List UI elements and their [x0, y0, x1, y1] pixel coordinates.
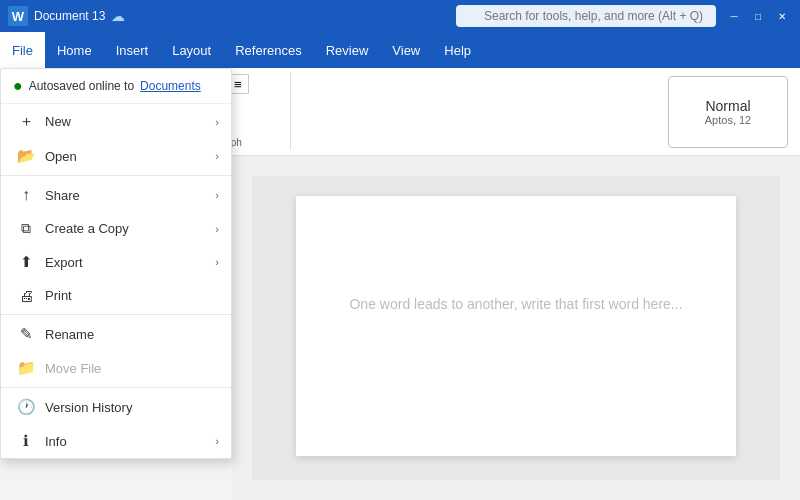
autosave-green-icon: ● — [13, 77, 23, 95]
document-placeholder-text: One word leads to another, write that fi… — [349, 296, 682, 312]
share-arrow-icon: › — [215, 189, 219, 201]
menu-item-view[interactable]: View — [380, 32, 432, 68]
export-icon: ⬆ — [17, 253, 35, 271]
search-input[interactable] — [456, 5, 716, 27]
autosave-documents-link[interactable]: Documents — [140, 79, 201, 93]
new-label: New — [45, 114, 71, 129]
export-arrow-icon: › — [215, 256, 219, 268]
open-label: Open — [45, 149, 77, 164]
info-label: Info — [45, 434, 67, 449]
new-arrow-icon: › — [215, 116, 219, 128]
cloud-sync-icon: ☁ — [111, 8, 125, 24]
divider-1 — [1, 175, 231, 176]
dropdown-item-info[interactable]: ℹ Info › — [1, 424, 231, 458]
minimize-button[interactable]: ─ — [724, 9, 744, 23]
rename-icon: ✎ — [17, 325, 35, 343]
style-name: Normal — [705, 98, 750, 114]
divider-2 — [1, 314, 231, 315]
document-title: Document 13 — [34, 9, 105, 23]
dropdown-item-export[interactable]: ⬆ Export › — [1, 245, 231, 279]
print-icon: 🖨 — [17, 287, 35, 304]
open-icon: 📂 — [17, 147, 35, 165]
move-file-icon: 📁 — [17, 359, 35, 377]
dropdown-item-new[interactable]: ＋ New › — [1, 104, 231, 139]
info-icon: ℹ — [17, 432, 35, 450]
title-bar-left: W Document 13 ☁ — [8, 6, 448, 26]
document-area: One word leads to another, write that fi… — [232, 156, 800, 500]
version-history-label: Version History — [45, 400, 132, 415]
title-bar: W Document 13 ☁ 🔍 ─ □ ✕ — [0, 0, 800, 32]
print-label: Print — [45, 288, 72, 303]
new-icon: ＋ — [17, 112, 35, 131]
dropdown-item-move-file: 📁 Move File — [1, 351, 231, 385]
version-history-icon: 🕐 — [17, 398, 35, 416]
open-arrow-icon: › — [215, 150, 219, 162]
dropdown-item-share[interactable]: ↑ Share › — [1, 178, 231, 212]
search-wrap: 🔍 — [456, 5, 716, 27]
dropdown-item-rename[interactable]: ✎ Rename — [1, 317, 231, 351]
autosave-indicator: ● Autosaved online to Documents — [1, 69, 231, 104]
menu-item-review[interactable]: Review — [314, 32, 381, 68]
dropdown-item-open[interactable]: 📂 Open › — [1, 139, 231, 173]
maximize-button[interactable]: □ — [748, 9, 768, 23]
create-copy-icon: ⧉ — [17, 220, 35, 237]
share-label: Share — [45, 188, 80, 203]
move-file-label: Move File — [45, 361, 101, 376]
create-copy-label: Create a Copy — [45, 221, 129, 236]
style-font: Aptos, 12 — [705, 114, 751, 126]
style-area: Normal Aptos, 12 — [664, 72, 792, 152]
menu-item-insert[interactable]: Insert — [104, 32, 161, 68]
menu-bar: File Home Insert Layout References Revie… — [0, 32, 800, 68]
dropdown-item-version-history[interactable]: 🕐 Version History — [1, 390, 231, 424]
close-button[interactable]: ✕ — [772, 9, 792, 23]
style-normal-box[interactable]: Normal Aptos, 12 — [668, 76, 788, 148]
rename-label: Rename — [45, 327, 94, 342]
menu-item-home[interactable]: Home — [45, 32, 104, 68]
menu-item-references[interactable]: References — [223, 32, 313, 68]
menu-item-layout[interactable]: Layout — [160, 32, 223, 68]
dropdown-item-create-copy[interactable]: ⧉ Create a Copy › — [1, 212, 231, 245]
divider-3 — [1, 387, 231, 388]
dropdown-item-print[interactable]: 🖨 Print — [1, 279, 231, 312]
autosave-text: Autosaved online to — [29, 79, 134, 93]
export-label: Export — [45, 255, 83, 270]
window-controls: ─ □ ✕ — [724, 9, 792, 23]
info-arrow-icon: › — [215, 435, 219, 447]
menu-item-file[interactable]: File — [0, 32, 45, 68]
menu-item-help[interactable]: Help — [432, 32, 483, 68]
create-copy-arrow-icon: › — [215, 223, 219, 235]
word-app-icon: W — [8, 6, 28, 26]
share-icon: ↑ — [17, 186, 35, 204]
file-dropdown-menu: ● Autosaved online to Documents ＋ New › … — [0, 68, 232, 459]
